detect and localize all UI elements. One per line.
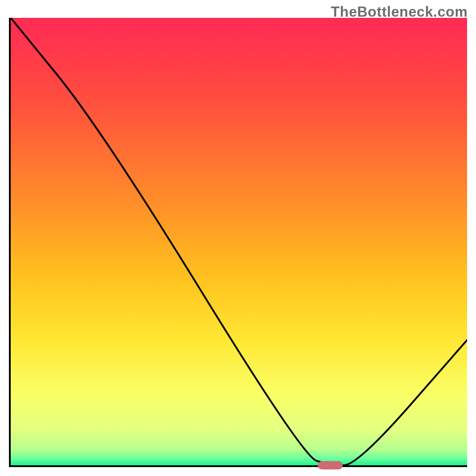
axes-frame <box>9 18 467 467</box>
optimum-marker <box>318 461 343 469</box>
chart-canvas: TheBottleneck.com <box>0 0 476 476</box>
